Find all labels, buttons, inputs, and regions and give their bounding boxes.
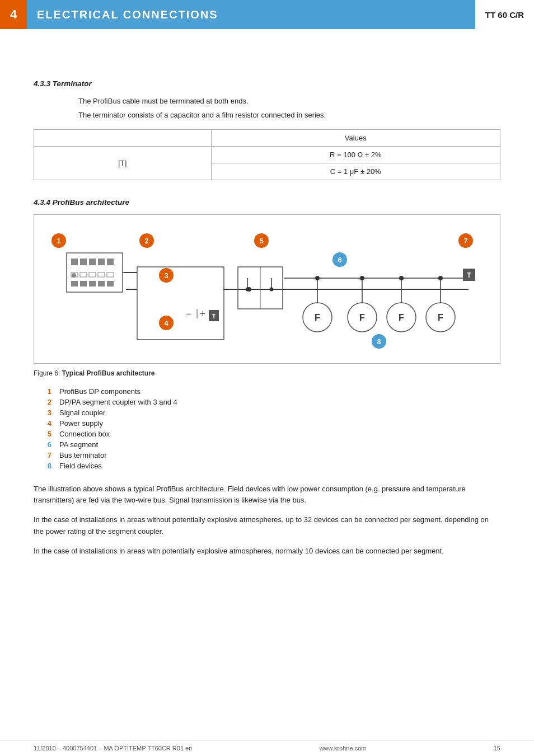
figure-caption: Figure 6: Typical ProfiBus architecture: [34, 369, 500, 377]
section-434: 4.3.4 ProfiBus architecture 1: [34, 198, 500, 557]
legend-text-1: ProfiBus DP components: [59, 387, 140, 396]
section-433-intro1: The ProfiBus cable must be terminated at…: [78, 96, 500, 107]
table-col-header: Values: [211, 129, 500, 146]
svg-rect-6: [89, 259, 96, 265]
svg-text:5: 5: [259, 237, 263, 245]
table-row1-value: R = 100 Ω ± 2%: [211, 146, 500, 163]
svg-text:F: F: [315, 313, 320, 322]
legend-num-8: 8: [34, 462, 51, 470]
section-434-heading: 4.3.4 ProfiBus architecture: [34, 198, 500, 206]
legend-text-3: Signal coupler: [59, 408, 105, 417]
legend-item-5: 5 Connection box: [34, 430, 500, 438]
legend-text-2: DP/PA segment coupler with 3 and 4: [59, 398, 177, 406]
svg-text:8: 8: [377, 337, 381, 346]
para1: The illustration above shows a typical P…: [34, 483, 500, 507]
svg-text:3: 3: [164, 271, 168, 280]
legend-text-8: Field devices: [59, 462, 102, 470]
svg-text:2: 2: [144, 237, 148, 245]
svg-rect-16: [80, 281, 87, 287]
legend-item-6: 6 PA segment: [34, 440, 500, 449]
para2: In the case of installations in areas wi…: [34, 514, 500, 538]
page-content: 4.3.3 Terminator The ProfiBus cable must…: [0, 63, 534, 599]
svg-text:T: T: [212, 313, 216, 320]
table-row2-value: C = 1 μF ± 20%: [211, 163, 500, 180]
legend-text-5: Connection box: [59, 430, 110, 438]
legend-num-1: 1: [34, 387, 51, 396]
svg-text:7: 7: [463, 237, 467, 245]
legend-item-2: 2 DP/PA segment coupler with 3 and 4: [34, 398, 500, 406]
table-row-label: [T]: [34, 146, 212, 180]
legend-num-5: 5: [34, 430, 51, 438]
svg-text:F: F: [359, 313, 365, 322]
svg-text:+: +: [200, 308, 205, 320]
svg-text:−: −: [186, 308, 191, 320]
section-433-heading: 4.3.3 Terminator: [34, 79, 500, 88]
legend-item-8: 8 Field devices: [34, 462, 500, 470]
svg-rect-15: [71, 281, 78, 287]
terminator-table: Values [T] R = 100 Ω ± 2% C = 1 μF ± 20%: [34, 129, 500, 180]
svg-rect-5: [80, 259, 87, 265]
section-433: 4.3.3 Terminator The ProfiBus cable must…: [34, 79, 500, 180]
svg-rect-19: [107, 281, 114, 287]
legend-item-3: 3 Signal coupler: [34, 408, 500, 417]
footer-right: 15: [494, 745, 500, 752]
svg-rect-4: [71, 259, 78, 265]
svg-rect-18: [98, 281, 105, 287]
legend-num-3: 3: [34, 408, 51, 417]
page-footer: 11/2010 – 4000754401 – MA OPTITEMP TT60C…: [0, 740, 534, 756]
legend-num-7: 7: [34, 451, 51, 459]
svg-rect-17: [89, 281, 96, 287]
legend-num-4: 4: [34, 419, 51, 428]
header-title: ELECTRICAL CONNECTIONS: [37, 8, 218, 21]
section-number: 4: [0, 0, 27, 29]
svg-rect-8: [107, 259, 114, 265]
svg-text:F: F: [399, 313, 404, 322]
table-empty-header: [34, 129, 212, 146]
page-header: 4 ELECTRICAL CONNECTIONS TT 60 C/R: [0, 0, 534, 29]
legend-text-7: Bus terminator: [59, 451, 107, 459]
svg-text:F: F: [438, 313, 443, 322]
legend-text-4: Power supply: [59, 419, 103, 428]
footer-left: 11/2010 – 4000754401 – MA OPTITEMP TT60C…: [34, 745, 192, 752]
diagram-box: 1: [34, 214, 500, 364]
svg-text:6: 6: [338, 256, 341, 264]
svg-rect-7: [98, 259, 105, 265]
svg-text:T: T: [467, 271, 471, 279]
legend-list: 1 ProfiBus DP components 2 DP/PA segment…: [34, 387, 500, 470]
svg-text:4: 4: [164, 319, 168, 327]
profibus-diagram: 1: [42, 225, 492, 354]
header-title-bg: ELECTRICAL CONNECTIONS: [27, 0, 474, 29]
legend-item-7: 7 Bus terminator: [34, 451, 500, 459]
legend-text-6: PA segment: [59, 440, 98, 449]
para3: In the case of installations in areas wi…: [34, 546, 500, 557]
header-product: TT 60 C/R: [474, 0, 534, 29]
legend-num-2: 2: [34, 398, 51, 406]
footer-center: www.krohne.com: [320, 745, 367, 752]
section-433-intro2: The terminator consists of a capacitor a…: [78, 110, 500, 121]
svg-text:|: |: [196, 307, 198, 318]
legend-num-6: 6: [34, 440, 51, 449]
legend-item-4: 4 Power supply: [34, 419, 500, 428]
svg-text:1: 1: [57, 237, 60, 245]
legend-item-1: 1 ProfiBus DP components: [34, 387, 500, 396]
